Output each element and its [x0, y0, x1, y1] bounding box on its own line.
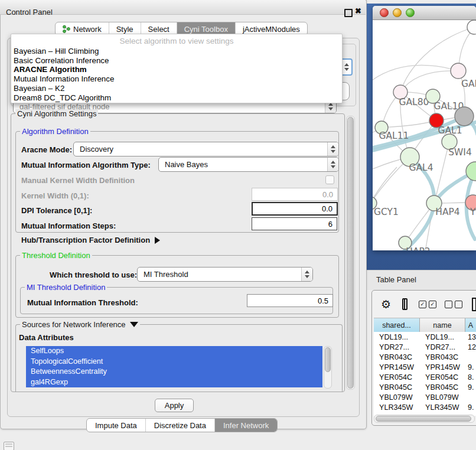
- algorithm-dropdown-popup: Select algorithm to view settings Bayesi…: [11, 34, 343, 103]
- chevron-down-icon: [130, 322, 138, 327]
- table-row[interactable]: YPR145WYPR145W9.: [374, 362, 476, 372]
- data-attributes-list[interactable]: SelfLoopsTopologicalCoefficientBetweenne…: [26, 346, 322, 387]
- network-icon: [63, 25, 70, 33]
- algorithm-dropdown-list: Bayesian – Hill ClimbingBasic Correlatio…: [11, 47, 342, 102]
- table-row[interactable]: YBL079WYBL079W: [374, 392, 476, 402]
- network-node-label: GAL11: [379, 131, 409, 141]
- algorithm-option[interactable]: Bayesian – K2: [11, 84, 342, 93]
- aracne-mode-label: Aracne Mode:: [21, 145, 72, 154]
- which-threshold-value: MI Threshold: [138, 270, 301, 279]
- gear-icon[interactable]: ⚙: [381, 299, 391, 310]
- table-cell: 12: [465, 343, 476, 351]
- mi-steps-input[interactable]: 6: [252, 217, 337, 230]
- network-node[interactable]: [451, 63, 466, 79]
- table-cell: 8.: [465, 373, 476, 381]
- attribute-item-selected[interactable]: TopologicalCoefficient: [26, 357, 322, 367]
- close-icon[interactable]: ✖: [355, 6, 361, 15]
- tab-impute-data[interactable]: Impute Data: [87, 419, 146, 432]
- collapsed-panel-icon[interactable]: [4, 442, 14, 450]
- group-title: Algorithm Definition: [20, 127, 90, 136]
- apply-button[interactable]: Apply: [155, 399, 194, 412]
- network-edge[interactable]: [382, 120, 436, 128]
- mac-close-button[interactable]: [380, 8, 389, 17]
- table-cell: YBR043C: [374, 353, 420, 361]
- table-cell: YDL19...: [420, 333, 465, 341]
- select-all-checkboxes-icon[interactable]: ✓ ✓: [419, 301, 436, 308]
- mac-minimize-button[interactable]: [393, 8, 402, 17]
- table-cell: YDR27...: [420, 343, 465, 351]
- document-icon[interactable]: [472, 298, 476, 311]
- deselect-all-checkboxes-icon[interactable]: [445, 301, 462, 308]
- table-row[interactable]: YDR27...YDR27...12: [374, 342, 476, 352]
- mac-zoom-button[interactable]: [406, 8, 415, 17]
- network-canvas[interactable]: GALGAL80GAL10GAL1GAL11SWI4GAL4GCY1HAP4YH…: [373, 19, 476, 250]
- algorithm-option[interactable]: Basic Correlation Inference: [11, 56, 342, 66]
- network-edge[interactable]: [373, 66, 458, 86]
- checked-box-icon: ✓: [419, 301, 426, 308]
- attribute-item-selected[interactable]: gal4RGexp: [26, 377, 322, 388]
- tab-infer-network[interactable]: Infer Network: [215, 419, 277, 432]
- aracne-mode-value: Discovery: [74, 145, 327, 154]
- arrow-down-icon: [344, 68, 349, 71]
- unchecked-box-icon: [445, 301, 452, 308]
- table-toolbar: ⚙ ✓ ✓: [372, 291, 476, 318]
- column-header-name[interactable]: name: [420, 318, 465, 332]
- table-row[interactable]: YLR345WYLR345W9.: [374, 402, 476, 412]
- table-horizontal-scrollbar[interactable]: [374, 415, 475, 423]
- which-threshold-combobox[interactable]: MI Threshold: [137, 267, 313, 282]
- algorithm-option[interactable]: Dream8 DC_TDC Algorithm: [11, 93, 342, 103]
- network-node[interactable]: [455, 107, 474, 126]
- checked-box-icon: ✓: [429, 301, 436, 308]
- scrollbar-thumb[interactable]: [347, 117, 354, 389]
- split-view-icon[interactable]: [402, 298, 407, 310]
- algorithm-option[interactable]: ARACNE Algorithm: [11, 65, 342, 74]
- network-node[interactable]: [467, 20, 476, 34]
- table-body: YDL19...YDL19...13YDR27...YDR27...12YBR0…: [374, 332, 476, 416]
- network-view-window: GALGAL80GAL10GAL1GAL11SWI4GAL4GCY1HAP4YH…: [373, 6, 476, 250]
- network-edge[interactable]: [373, 167, 397, 203]
- table-cell: YER054C: [420, 373, 465, 381]
- network-node[interactable]: [466, 162, 476, 181]
- combobox-spinner-icon: [327, 158, 338, 171]
- attributes-scrollbar[interactable]: [324, 346, 332, 389]
- aracne-mode-combobox[interactable]: Discovery: [73, 142, 339, 156]
- network-window-titlebar[interactable]: [373, 6, 476, 20]
- manual-kernel-checkbox[interactable]: [325, 175, 334, 184]
- float-window-icon[interactable]: [344, 9, 353, 17]
- kernel-width-label: Kernel Width (0,1):: [21, 191, 89, 200]
- table-row[interactable]: YER054CYER054C8.: [374, 372, 476, 382]
- scrollbar-thumb[interactable]: [376, 416, 471, 422]
- algorithm-option[interactable]: Mutual Information Inference: [11, 74, 342, 84]
- tab-label: Select: [148, 25, 169, 34]
- tab-discretize-data[interactable]: Discretize Data: [146, 419, 215, 432]
- data-attributes-label: Data Attributes: [19, 333, 74, 342]
- attribute-item-selected[interactable]: SelfLoops: [26, 346, 322, 357]
- table-cell: YPR145W: [420, 363, 465, 371]
- cyni-bottom-tabbar: Impute Data Discretize Data Infer Networ…: [86, 418, 278, 432]
- table-row[interactable]: YDL19...YDL19...13: [374, 332, 476, 342]
- hub-definition-label: Hub/Transcription Factor Definition: [21, 236, 150, 244]
- network-node-label: Y: [470, 207, 476, 217]
- kernel-width-input[interactable]: 0.0: [252, 188, 338, 201]
- table-cell: YDR27...: [374, 343, 420, 351]
- hub-definition-toggle[interactable]: Hub/Transcription Factor Definition: [21, 236, 160, 244]
- table-row[interactable]: YBR045CYBR045C9.: [374, 382, 476, 392]
- scrollbar-thumb[interactable]: [325, 347, 331, 372]
- chevron-right-icon: [155, 237, 160, 244]
- column-header-shared-name[interactable]: shared...: [374, 318, 420, 332]
- control-panel-titlebar[interactable]: [0, 0, 366, 15]
- tab-label: Style: [116, 25, 133, 34]
- tab-label: Infer Network: [223, 421, 269, 430]
- table-cell: YBL079W: [420, 393, 465, 402]
- mi-type-combobox[interactable]: Naive Bayes: [158, 157, 339, 172]
- settings-scrollbar[interactable]: [346, 116, 355, 390]
- table-panel-window: ⚙ ✓ ✓ shared... name A YDL19...YDL19...1…: [371, 290, 476, 426]
- sources-group-title[interactable]: Sources for Network Inference: [20, 320, 140, 329]
- table-row[interactable]: YBR043CYBR043C: [374, 352, 476, 362]
- tab-label: Impute Data: [95, 421, 137, 430]
- algorithm-option[interactable]: Bayesian – Hill Climbing: [11, 47, 342, 56]
- mi-threshold-input[interactable]: 0.5: [247, 294, 333, 307]
- column-header-partial[interactable]: A: [465, 318, 476, 332]
- attribute-item-selected[interactable]: BetweennessCentrality: [26, 367, 322, 377]
- dpi-tolerance-input[interactable]: 0.0: [252, 202, 338, 216]
